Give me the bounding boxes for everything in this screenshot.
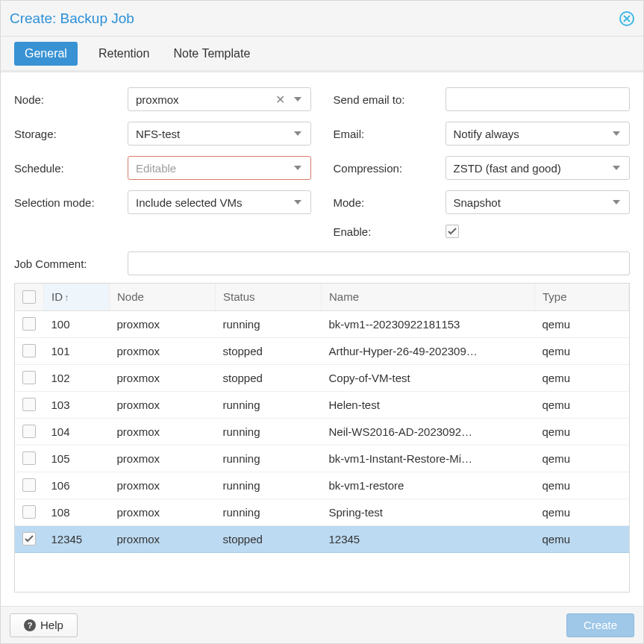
cell-id: 106 (44, 472, 110, 498)
mode-label: Mode: (334, 196, 446, 209)
cell-node: proxmox (110, 472, 216, 498)
cell-type: qemu (535, 472, 629, 498)
chevron-down-icon (290, 200, 306, 204)
send-email-to-input[interactable] (454, 88, 625, 110)
cell-type: qemu (535, 364, 629, 391)
column-node[interactable]: Node (110, 284, 216, 310)
row-checkbox[interactable] (22, 532, 36, 545)
cell-status: running (216, 310, 322, 337)
row-checkbox[interactable] (22, 451, 36, 465)
cell-status: running (216, 498, 322, 525)
chevron-down-icon (608, 131, 625, 136)
job-comment-input[interactable] (136, 252, 625, 275)
chevron-down-icon (608, 200, 625, 204)
cell-type: qemu (535, 337, 629, 364)
selection-mode-field[interactable]: Include selected VMs (128, 190, 311, 214)
cell-name: Spring-test (322, 498, 535, 525)
cell-name: bk-vm1-restore (322, 472, 535, 498)
job-comment-field[interactable] (128, 251, 630, 275)
job-comment-label: Job Comment: (14, 257, 128, 270)
table-row[interactable]: 106proxmoxrunningbk-vm1-restoreqemu (15, 472, 629, 498)
row-checkbox[interactable] (22, 505, 36, 519)
table-row[interactable]: 104proxmoxrunningNeil-WS2016-AD-2023092…… (15, 418, 629, 445)
selection-mode-label: Selection mode: (14, 196, 128, 209)
cell-id: 108 (44, 498, 110, 525)
cell-type: qemu (535, 391, 629, 418)
sort-asc-icon: ↑ (64, 292, 69, 303)
help-button[interactable]: ? Help (10, 613, 78, 637)
cell-status: running (216, 391, 322, 418)
tab-retention[interactable]: Retention (96, 40, 153, 68)
table-row[interactable]: 12345proxmoxstopped12345qemu (15, 525, 629, 552)
table-row[interactable]: 105proxmoxrunningbk-vm1-Instant-Restore-… (15, 445, 629, 472)
schedule-label: Schedule: (14, 162, 128, 175)
column-id[interactable]: ID↑ (44, 284, 110, 310)
cell-status: stopped (216, 337, 322, 364)
table-row[interactable]: 102proxmoxstoppedCopy-of-VM-testqemu (15, 364, 629, 391)
table-header-row: ID↑ Node Status Name Type (15, 284, 629, 310)
row-checkbox[interactable] (22, 344, 36, 357)
column-status[interactable]: Status (216, 284, 322, 310)
dialog-title: Create: Backup Job (10, 10, 134, 27)
cell-type: qemu (535, 310, 629, 337)
cell-node: proxmox (110, 498, 216, 525)
select-all-checkbox[interactable] (22, 290, 36, 304)
cell-status: running (216, 445, 322, 472)
storage-label: Storage: (14, 128, 128, 140)
mode-field[interactable]: Snapshot (446, 190, 631, 214)
tabbar: General Retention Note Template (1, 37, 643, 72)
row-checkbox[interactable] (22, 478, 36, 492)
column-type[interactable]: Type (535, 284, 629, 310)
email-value: Notify always (454, 128, 609, 140)
cell-id: 100 (44, 310, 110, 337)
table-row[interactable]: 108proxmoxrunningSpring-testqemu (15, 498, 629, 525)
cell-id: 104 (44, 418, 110, 445)
compression-field[interactable]: ZSTD (fast and good) (446, 156, 631, 180)
cell-id: 103 (44, 391, 110, 418)
cell-node: proxmox (110, 445, 216, 472)
schedule-value: Editable (136, 162, 290, 175)
close-icon[interactable] (619, 11, 634, 26)
chevron-down-icon (290, 97, 306, 101)
form-right-column: Send email to: Email: Notify always Comp… (334, 87, 631, 238)
cell-status: running (216, 472, 322, 498)
table-row[interactable]: 103proxmoxrunningHelen-testqemu (15, 391, 629, 418)
cell-id: 101 (44, 337, 110, 364)
cell-name: Arthur-Hyper-26-49-202309… (322, 337, 535, 364)
row-checkbox[interactable] (22, 398, 36, 411)
cell-node: proxmox (110, 337, 216, 364)
node-field[interactable]: proxmox ✕ (128, 87, 311, 111)
cell-node: proxmox (110, 391, 216, 418)
cell-type: qemu (535, 418, 629, 445)
email-field[interactable]: Notify always (446, 122, 631, 146)
cell-status: running (216, 418, 322, 445)
select-all-header[interactable] (15, 284, 44, 310)
cell-node: proxmox (110, 364, 216, 391)
node-label: Node: (14, 93, 128, 106)
schedule-field[interactable]: Editable (128, 156, 311, 180)
cell-node: proxmox (110, 525, 216, 552)
row-checkbox[interactable] (22, 425, 36, 438)
create-button[interactable]: Create (566, 613, 634, 637)
table-row[interactable]: 101proxmoxstoppedArthur-Hyper-26-49-2023… (15, 337, 629, 364)
compression-value: ZSTD (fast and good) (454, 162, 609, 175)
enable-checkbox[interactable] (446, 225, 459, 238)
clear-icon[interactable]: ✕ (271, 93, 290, 107)
titlebar: Create: Backup Job (1, 1, 643, 37)
table-row[interactable]: 100proxmoxrunningbk-vm1--20230922181153q… (15, 310, 629, 337)
row-checkbox[interactable] (22, 317, 36, 331)
column-name[interactable]: Name (322, 284, 535, 310)
row-checkbox[interactable] (22, 371, 36, 384)
storage-field[interactable]: NFS-test (128, 122, 311, 146)
tab-note-template[interactable]: Note Template (170, 40, 253, 68)
cell-id: 12345 (44, 525, 110, 552)
cell-type: qemu (535, 445, 629, 472)
send-email-to-field[interactable] (446, 87, 631, 111)
email-label: Email: (334, 128, 446, 140)
cell-node: proxmox (110, 310, 216, 337)
cell-name: bk-vm1-Instant-Restore-Mi… (322, 445, 535, 472)
cell-type: qemu (535, 498, 629, 525)
tab-general[interactable]: General (14, 42, 78, 66)
send-email-to-label: Send email to: (334, 93, 446, 106)
cell-name: Copy-of-VM-test (322, 364, 535, 391)
